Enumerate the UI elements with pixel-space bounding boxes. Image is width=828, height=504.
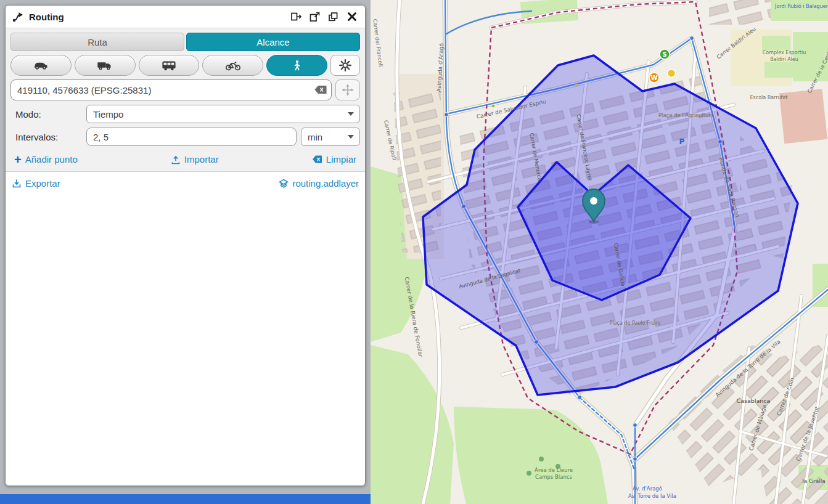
open-new-window-icon[interactable]: [309, 11, 321, 23]
import-icon: [171, 155, 181, 165]
mode-bus-button[interactable]: [139, 55, 200, 76]
map-label: Camps Blancs: [535, 474, 572, 480]
map-canvas[interactable]: S W P Plaça de l'Agricultura Complex Esp…: [371, 0, 828, 504]
import-link[interactable]: Importar: [171, 154, 219, 165]
clear-label: Limpiar: [326, 154, 356, 165]
map-label: Complex Esportiu: [763, 50, 806, 55]
car-icon: [33, 60, 49, 71]
pedestrian-icon: [290, 59, 304, 72]
tab-bar: Ruta Alcance: [9, 33, 361, 55]
map-label: Plaça de l'Agricultura: [658, 112, 714, 118]
backspace-icon: [312, 155, 322, 164]
panel-title: Routing: [29, 12, 64, 22]
close-panel-icon[interactable]: [346, 11, 358, 23]
bus-icon: [161, 60, 177, 71]
app-window: S W P Plaça de l'Agricultura Complex Esp…: [0, 0, 828, 504]
layers-icon: [279, 179, 289, 189]
add-layer-link[interactable]: routing.addlayer: [279, 178, 359, 189]
intervalos-input[interactable]: [86, 128, 297, 146]
add-layer-label: routing.addlayer: [292, 178, 359, 189]
import-label: Importar: [184, 154, 219, 165]
map-label: Plaça de Paulo Freire: [610, 320, 661, 326]
tab-ruta-label: Ruta: [88, 37, 107, 47]
map-label: la Gralla: [802, 478, 826, 484]
map-label: Escola Barrufet: [750, 95, 788, 100]
station-badge-s: S: [662, 51, 666, 58]
mode-bike-button[interactable]: [202, 55, 263, 76]
panel-titlebar: Routing: [6, 6, 365, 28]
mode-truck-button[interactable]: [75, 55, 136, 76]
settings-button[interactable]: [330, 55, 360, 76]
tab-alcance[interactable]: Alcance: [186, 33, 360, 51]
station-badge-w: W: [650, 75, 657, 81]
export-link[interactable]: Exportar: [12, 178, 60, 189]
truck-icon: [97, 60, 113, 71]
export-icon: [12, 179, 22, 189]
routing-plugin-icon: [12, 10, 24, 23]
coordinate-row: [9, 79, 361, 105]
page-left-column: Routing: [0, 0, 371, 504]
add-point-label: Añadir punto: [25, 154, 78, 165]
intervalos-label: Intervalos:: [10, 132, 82, 142]
crosshair-icon: [342, 84, 354, 96]
modo-label: Modo:: [10, 109, 82, 120]
action-links-row: + Añadir punto Importar: [9, 150, 361, 170]
add-point-link[interactable]: + Añadir punto: [14, 154, 78, 165]
map-label: Av. d'Aragó: [633, 486, 662, 492]
tab-alcance-label: Alcance: [256, 37, 289, 47]
export-label: Exportar: [25, 178, 60, 189]
interval-unit-select[interactable]: min: [301, 128, 360, 146]
intervalos-row: Intervalos: min: [9, 128, 361, 150]
clear-link[interactable]: Limpiar: [312, 154, 356, 165]
map-label: Casablanca: [737, 397, 771, 404]
map-label: Av. Torre de la Vila: [628, 493, 676, 499]
map-label: Àrea de Lleure: [535, 466, 573, 473]
export-links-row: Exportar routing.addlayer: [6, 172, 365, 195]
pick-on-map-button[interactable]: [335, 79, 360, 100]
mode-pedestrian-button[interactable]: [266, 55, 327, 76]
modo-select[interactable]: Tiempo: [86, 105, 360, 123]
coordinate-input[interactable]: [10, 79, 332, 100]
map-label: Baldiri Aleu: [770, 57, 798, 62]
parking-badge: P: [679, 137, 685, 146]
modo-row: Modo: Tiempo: [9, 105, 361, 128]
routing-controls: Ruta Alcance: [6, 28, 365, 172]
duplicate-panel-icon[interactable]: [327, 11, 339, 23]
bike-icon: [225, 60, 241, 71]
clear-text-icon[interactable]: [314, 85, 327, 94]
plus-icon: +: [14, 155, 22, 164]
mode-car-button[interactable]: [10, 55, 72, 76]
routing-panel: Routing: [5, 5, 366, 486]
tab-ruta[interactable]: Ruta: [10, 33, 184, 51]
page-footer-bar: [0, 494, 371, 504]
gear-icon: [338, 59, 352, 72]
transport-mode-bar: [9, 55, 361, 79]
map-label: Jordi Rubió i Balaguer: [774, 3, 828, 9]
dock-panel-icon[interactable]: [290, 11, 302, 23]
